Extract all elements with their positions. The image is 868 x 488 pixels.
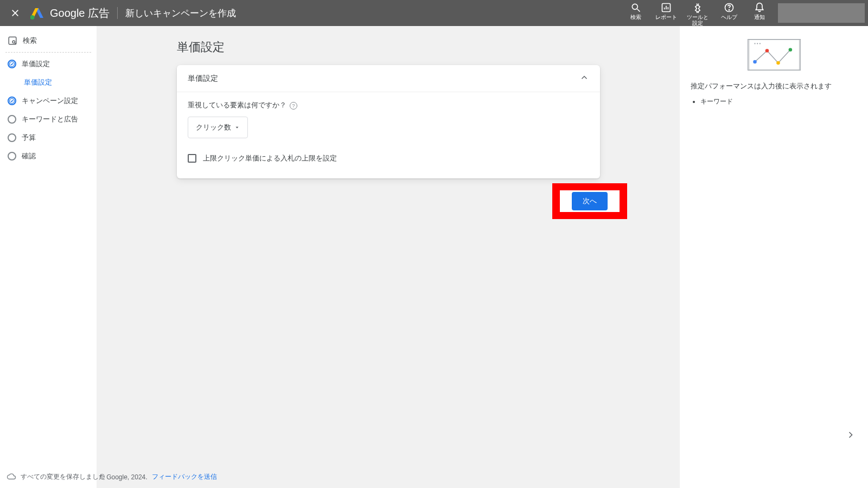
max-cpc-checkbox[interactable] [188,154,196,163]
footer-bar: © Google, 2024. フィードバックを送信 [100,472,217,481]
svg-line-6 [637,9,640,12]
main-content: 単価設定 単価設定 重視している要素は何ですか？ ? クリック数 [97,26,680,488]
svg-rect-19 [749,40,799,70]
next-button[interactable]: 次へ [572,192,608,210]
step-budget[interactable]: 予算 [5,129,91,147]
step-campaign-settings[interactable]: キャンペーン設定 [5,92,91,110]
help-icon[interactable]: ? [290,102,297,110]
next-button-container: 次へ [560,190,620,212]
svg-marker-18 [236,127,239,129]
svg-point-20 [754,43,755,44]
autosave-label: すべての変更を保存しました [21,472,105,481]
step-keywords-ads-label: キーワードと広告 [22,114,78,124]
performance-panel: 推定パフォーマンスは入力後に表示されます キーワード [680,26,868,488]
app-header: Google 広告 新しいキャンペーンを作成 検索 レポート ツールと 設定 ヘ… [0,0,868,26]
performance-bullet-keyword: キーワード [700,97,857,106]
brand-label: Google 広告 [50,6,110,21]
bidding-card: 単価設定 重視している要素は何ですか？ ? クリック数 [177,65,600,178]
cloud-saved-icon [7,472,16,481]
autosave-status: すべての変更を保存しました [7,472,105,481]
reports-label: レポート [651,14,681,20]
header-divider [117,7,118,19]
max-cpc-checkbox-row: 上限クリック単価による入札の上限を設定 [188,153,589,163]
svg-point-21 [757,43,758,44]
svg-point-24 [765,49,769,53]
performance-chart-icon [748,39,801,70]
account-selector[interactable] [778,3,865,23]
svg-point-5 [632,4,637,9]
focus-question-row: 重視している要素は何ですか？ ? [188,101,589,110]
step-keywords-ads[interactable]: キーワードと広告 [5,110,91,129]
header-tools: 検索 レポート ツールと 設定 ヘルプ 通知 [621,0,868,26]
svg-point-25 [776,61,780,65]
svg-point-12 [729,10,729,10]
step-check-icon [8,97,16,105]
step-review-label: 確認 [22,151,36,161]
caret-down-icon [234,125,240,130]
step-budget-label: 予算 [22,133,36,143]
search-label: 検索 [621,14,651,20]
close-icon[interactable] [11,9,20,17]
reports-button[interactable]: レポート [651,2,681,20]
step-campaign-settings-label: キャンペーン設定 [22,96,78,106]
chevron-right-icon [845,429,856,440]
page-header-title: 新しいキャンペーンを作成 [125,7,236,20]
notifications-label: 通知 [744,14,775,20]
card-header[interactable]: 単価設定 [177,65,600,92]
tools-settings-label: ツールと 設定 [681,14,714,26]
performance-bullets: キーワード [691,97,857,106]
notifications-button[interactable]: 通知 [744,2,775,20]
step-review[interactable]: 確認 [5,147,91,165]
sidebar-separator [5,52,91,53]
copyright-label: © Google, 2024. [100,473,148,481]
svg-point-26 [788,48,792,52]
step-bidding-sub-label: 単価設定 [24,78,52,87]
help-label: ヘルプ [714,14,744,20]
step-circle-icon [8,115,16,124]
campaign-type-row[interactable]: 検索 [5,31,91,50]
focus-select-value: クリック数 [196,123,231,132]
search-button[interactable]: 検索 [621,2,651,20]
collapse-panel-button[interactable] [841,425,860,445]
chevron-up-icon[interactable] [579,73,589,84]
svg-point-14 [12,41,15,43]
focus-select[interactable]: クリック数 [188,117,248,138]
step-bidding[interactable]: 単価設定 [5,55,91,73]
google-ads-logo-icon [30,7,43,20]
max-cpc-checkbox-label: 上限クリック単価による入札の上限を設定 [203,153,337,163]
step-bidding-sub[interactable]: 単価設定 [5,73,91,92]
focus-question-label: 重視している要素は何ですか？ [188,101,286,110]
tools-settings-button[interactable]: ツールと 設定 [681,2,714,26]
step-circle-icon [8,152,16,160]
feedback-link[interactable]: フィードバックを送信 [152,472,217,481]
svg-line-15 [15,43,16,44]
campaign-type-icon [8,36,17,46]
page-title: 単価設定 [177,39,600,55]
next-button-highlight: 次へ [552,183,627,219]
card-title: 単価設定 [188,74,218,84]
svg-point-22 [759,43,760,44]
performance-message: 推定パフォーマンスは入力後に表示されます [691,81,857,92]
campaign-type-label: 検索 [23,36,37,46]
step-circle-icon [8,133,16,142]
svg-point-23 [753,60,757,64]
help-button[interactable]: ヘルプ [714,2,744,20]
left-sidebar: 検索 単価設定 単価設定 キャンペーン設定 キーワードと広告 予算 確認 [0,26,97,488]
step-check-icon [8,60,16,68]
step-bidding-label: 単価設定 [22,59,50,69]
